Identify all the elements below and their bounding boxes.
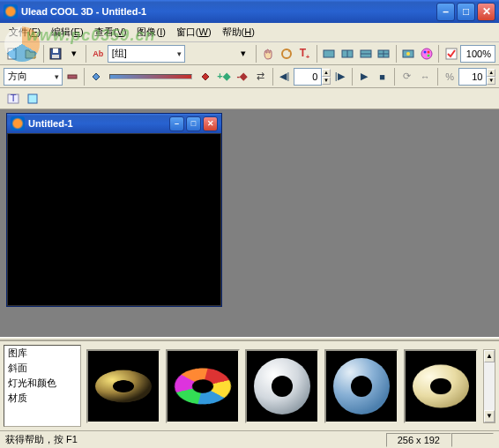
menu-help[interactable]: 帮助(H) [217,24,260,41]
svg-rect-23 [28,94,37,103]
ab-text-icon[interactable]: Ab [89,44,108,63]
separator [438,45,439,63]
scroll-track[interactable] [484,362,495,410]
del-key-button[interactable]: -◆ [233,67,251,86]
view5-button[interactable] [399,44,418,63]
hand-tool-button[interactable] [259,44,278,63]
toolbar-main: ▾ Ab [组] ▾ T+ [0,42,499,65]
svg-rect-2 [53,49,58,53]
prev-button[interactable]: ◀| [275,67,294,86]
view2-button[interactable] [339,44,357,63]
preset-thumbnail[interactable] [324,349,398,423]
svg-point-17 [427,50,429,53]
preset-thumbnail[interactable] [245,349,319,423]
list-item[interactable]: 图库 [4,346,80,361]
status-help: 获得帮助，按 F1 [5,433,386,446]
menu-image[interactable]: 图像(I) [131,24,170,41]
separator [84,68,85,86]
stop-button[interactable]: ■ [373,67,391,86]
menu-view[interactable]: 查看(V) [89,24,132,41]
document-window[interactable]: Untitled-1 – □ ✕ [6,113,222,307]
loop-button[interactable]: ⟳ [398,67,416,86]
document-icon [11,116,25,131]
tool-button[interactable] [63,67,81,86]
gallery-panel: 图库 斜面 灯光和颜色 材质 ▲ ▼ [0,340,499,430]
list-item[interactable]: 材质 [4,391,80,406]
svg-point-18 [427,54,429,56]
list-item[interactable]: 灯光和颜色 [4,376,80,391]
mode-dropdown[interactable]: 方向 [4,68,63,86]
minimize-button[interactable]: – [436,3,455,21]
pingpong-button[interactable]: ↔ [416,67,435,86]
separator [43,45,44,63]
doc-minimize-button[interactable]: – [169,116,184,131]
spin-up-button[interactable]: ▲ [487,69,495,77]
shape-object-button[interactable] [23,89,42,108]
keyframe-end-button[interactable] [196,67,214,86]
timeline-track[interactable] [109,74,192,79]
separator [256,45,257,63]
app-icon [4,4,18,19]
palette-button[interactable] [418,44,436,63]
doc-close-button[interactable]: ✕ [203,116,218,131]
spin-down-button[interactable]: ▼ [487,77,495,85]
category-list[interactable]: 图库 斜面 灯光和颜色 材质 [4,345,81,427]
svg-point-14 [406,52,410,56]
scroll-up-button[interactable]: ▲ [484,350,495,362]
open-button[interactable] [22,44,41,63]
menu-window[interactable]: 窗口(W) [171,24,217,41]
reverse-button[interactable]: ⇄ [251,67,270,86]
object-dropdown[interactable]: [组] [108,45,185,63]
svg-rect-3 [52,55,59,58]
toolbar-text: T [0,88,499,109]
spin-up-button[interactable]: ▲ [322,69,330,77]
save-dropdown-button[interactable]: ▾ [64,44,83,63]
menu-file[interactable]: 文件(F) [4,24,46,41]
text-tool-button[interactable]: T+ [295,44,314,63]
svg-rect-20 [68,75,77,78]
thumbnail-scrollbar[interactable]: ▲ ▼ [483,349,495,423]
add-key-button[interactable]: +◆ [214,67,233,86]
value-input[interactable] [458,68,487,86]
separator [437,68,438,86]
preset-thumbnail[interactable] [404,349,478,423]
separator [396,45,397,63]
separator [352,68,353,86]
thumbnail-strip: ▲ ▼ [83,341,499,430]
link-button[interactable]: % [441,67,459,86]
zoom-input[interactable] [460,45,495,63]
svg-point-15 [421,49,432,59]
close-button[interactable]: ✕ [477,3,495,21]
scroll-down-button[interactable]: ▼ [484,410,495,422]
separator [394,68,395,86]
text-dropdown-button[interactable]: ▾ [235,44,253,63]
save-button[interactable] [46,44,64,63]
keyframe-start-button[interactable] [87,67,106,86]
view1-button[interactable] [320,44,339,63]
new-button[interactable] [4,44,22,63]
app-titlebar: Ulead COOL 3D - Untitled-1 – □ ✕ [0,0,499,23]
frame-input[interactable] [294,68,322,86]
document-titlebar[interactable]: Untitled-1 – □ ✕ [7,114,221,133]
maximize-button[interactable]: □ [457,3,475,21]
view3-button[interactable] [356,44,375,63]
status-dimensions: 256 x 192 [386,433,451,447]
menu-edit[interactable]: 编辑(E) [46,24,89,41]
view4-button[interactable] [375,44,393,63]
workspace: Untitled-1 – □ ✕ [0,109,499,337]
canvas-3d[interactable] [7,133,221,306]
status-panel-empty [451,433,494,447]
check-button[interactable] [442,44,460,63]
menubar: 文件(F) 编辑(E) 查看(V) 图像(I) 窗口(W) 帮助(H) [0,23,499,42]
rotate-tool-button[interactable] [277,44,295,63]
statusbar: 获得帮助，按 F1 256 x 192 [0,430,499,448]
spin-down-button[interactable]: ▼ [322,77,330,85]
separator [272,68,273,86]
list-item[interactable]: 斜面 [4,361,80,376]
next-button[interactable]: |▶ [331,67,349,86]
play-button[interactable]: ▶ [354,67,373,86]
doc-maximize-button[interactable]: □ [186,116,201,131]
text-object-button[interactable]: T [4,89,23,108]
preset-thumbnail[interactable] [86,349,160,423]
preset-thumbnail[interactable] [166,349,240,423]
